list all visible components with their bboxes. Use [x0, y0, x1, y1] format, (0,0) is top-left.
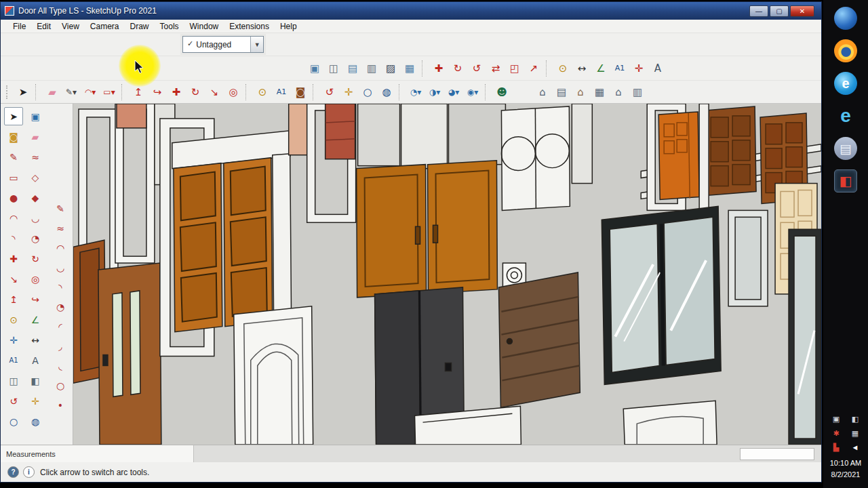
- arc-icon[interactable]: ◠: [52, 239, 69, 256]
- make-component-icon[interactable]: ▣: [26, 107, 45, 125]
- offset-icon[interactable]: ◎: [224, 83, 242, 101]
- tape-measure-icon[interactable]: ⊙: [254, 83, 271, 101]
- close-button[interactable]: ✕: [790, 5, 814, 17]
- flip-along-icon[interactable]: ⇄: [487, 60, 505, 77]
- tag-dropdown[interactable]: ✓ Untagged ▼: [182, 36, 264, 53]
- style-wireframe-icon[interactable]: ◔▾: [407, 83, 425, 101]
- pie-icon[interactable]: ◔: [26, 229, 45, 247]
- select-icon[interactable]: ➤: [4, 107, 23, 125]
- curve-lower-left-icon[interactable]: ◟: [52, 357, 69, 374]
- two-point-arc-icon[interactable]: ◡: [52, 259, 69, 276]
- viewport[interactable]: [73, 104, 821, 445]
- solid-union-icon[interactable]: ▤: [344, 60, 361, 77]
- section-fill-icon[interactable]: ◧: [26, 371, 45, 390]
- axes-tool-icon[interactable]: ✛: [630, 60, 648, 77]
- toolbar-grip[interactable]: [6, 85, 9, 99]
- swirl-icon[interactable]: ↺: [468, 60, 486, 77]
- zoom-icon[interactable]: ○: [359, 83, 376, 101]
- polygon-icon[interactable]: ◆: [26, 188, 45, 207]
- squiggle-icon[interactable]: ≈: [52, 220, 69, 237]
- component-bank-icon[interactable]: ▥: [629, 83, 646, 101]
- chevron-down-icon[interactable]: ▼: [250, 37, 263, 52]
- get-models-icon[interactable]: ⌂: [534, 83, 551, 101]
- scale-icon[interactable]: ↘: [4, 270, 23, 288]
- component-house-icon[interactable]: ⌂: [572, 83, 589, 101]
- protractor-icon[interactable]: ∠: [592, 60, 610, 77]
- minimize-button[interactable]: —: [749, 5, 768, 17]
- dimensions-icon[interactable]: ↔: [26, 331, 45, 349]
- array-icon[interactable]: ◰: [506, 60, 524, 77]
- camera-menu[interactable]: Camera: [85, 20, 125, 33]
- text-icon[interactable]: A1: [4, 351, 23, 369]
- paint-bucket-icon[interactable]: ◙: [4, 127, 23, 146]
- follow-me-icon[interactable]: ↪: [149, 83, 166, 101]
- select-icon[interactable]: ➤: [14, 83, 32, 101]
- maximize-button[interactable]: ▢: [770, 5, 789, 17]
- point-icon[interactable]: •: [52, 396, 69, 413]
- globe-icon[interactable]: ?: [7, 466, 19, 478]
- follow-me-icon[interactable]: ↪: [26, 290, 45, 308]
- tape-measure-icon[interactable]: ⊙: [4, 310, 23, 329]
- two-point-arc-icon[interactable]: ◡: [26, 209, 45, 227]
- rectangle-icon[interactable]: ▭: [4, 168, 23, 186]
- edit-menu[interactable]: Edit: [31, 20, 56, 33]
- rotate-copy-icon[interactable]: ↻: [449, 60, 467, 77]
- zoom-icon[interactable]: ○: [4, 412, 23, 430]
- viewport-3d-scene[interactable]: [73, 104, 821, 445]
- style-textured-icon[interactable]: ◉▾: [464, 83, 481, 101]
- internet-explorer-icon[interactable]: e: [834, 104, 857, 127]
- solid-split-icon[interactable]: ▦: [401, 60, 418, 77]
- view-menu[interactable]: View: [56, 20, 85, 33]
- window-menu[interactable]: Window: [184, 20, 224, 33]
- circle-outline-icon[interactable]: ○: [52, 377, 69, 394]
- draw-menu[interactable]: Draw: [125, 20, 155, 33]
- pan-icon[interactable]: ✛: [340, 83, 357, 101]
- text-tool-icon[interactable]: A1: [611, 60, 629, 77]
- 3d-text-icon[interactable]: A: [649, 60, 667, 77]
- tray-graph-icon[interactable]: ▙: [829, 441, 844, 453]
- solid-subtract-icon[interactable]: ▥: [363, 60, 380, 77]
- tray-window-icon[interactable]: ▣: [829, 413, 844, 425]
- sign-in-person-icon[interactable]: ☻: [493, 83, 511, 101]
- axes-icon[interactable]: ✛: [4, 331, 23, 349]
- notes-app-icon[interactable]: ▤: [834, 137, 857, 160]
- line-icon[interactable]: ✎▾: [62, 83, 80, 101]
- titlebar[interactable]: Door All Type LS - SketchUp Pro 2021 — ▢…: [1, 2, 821, 20]
- tray-volume-icon[interactable]: ◄: [848, 441, 863, 453]
- eraser-icon[interactable]: ▰: [26, 127, 45, 146]
- tray-panel-icon[interactable]: ◧: [848, 413, 863, 425]
- tools-menu[interactable]: Tools: [155, 20, 184, 33]
- style-hidden-line-icon[interactable]: ◑▾: [426, 83, 443, 101]
- pan-icon[interactable]: ✛: [26, 392, 45, 410]
- scale-icon[interactable]: ↘: [205, 83, 223, 101]
- arc-icon[interactable]: ◠: [4, 209, 23, 227]
- shapes-icon[interactable]: ▭▾: [100, 83, 118, 101]
- rotate-icon[interactable]: ↻: [26, 249, 45, 268]
- tape-measure-icon[interactable]: ⊙: [554, 60, 572, 77]
- dimension-icon[interactable]: ↔: [573, 60, 591, 77]
- curve-lower-right-icon[interactable]: ◞: [52, 338, 69, 354]
- move-copy-icon[interactable]: ✚: [430, 60, 448, 77]
- sketchup-app-icon[interactable]: ◧: [834, 169, 857, 192]
- zoom-extents-icon[interactable]: ◍: [26, 412, 45, 430]
- component-grid-icon[interactable]: ▦: [591, 83, 608, 101]
- orbit-icon[interactable]: ↺: [4, 392, 23, 410]
- pie-icon[interactable]: ◔: [52, 298, 69, 315]
- info-icon[interactable]: i: [23, 466, 35, 478]
- style-shaded-icon[interactable]: ◕▾: [445, 83, 462, 101]
- section-plane-icon[interactable]: ◫: [4, 371, 23, 390]
- tray-keyboard-icon[interactable]: ▦: [848, 427, 863, 439]
- tray-alert-icon[interactable]: ✱: [829, 427, 844, 439]
- zoom-extents-icon[interactable]: ◍: [378, 83, 395, 101]
- arc-icon[interactable]: ◠▾: [81, 83, 99, 101]
- start-orb-icon[interactable]: [834, 7, 857, 30]
- curve-upper-left-icon[interactable]: ◜: [52, 318, 69, 335]
- move-icon[interactable]: ✚: [167, 83, 185, 101]
- help-menu[interactable]: Help: [275, 20, 302, 33]
- orbit-icon[interactable]: ↺: [321, 83, 338, 101]
- component-home-icon[interactable]: ⌂: [610, 83, 627, 101]
- edge-icon[interactable]: e: [834, 72, 857, 95]
- taskbar-clock[interactable]: 10:10 AM 8/2/2021: [830, 458, 861, 480]
- move-icon[interactable]: ✚: [4, 249, 23, 268]
- three-point-arc-icon[interactable]: ◝: [52, 279, 69, 296]
